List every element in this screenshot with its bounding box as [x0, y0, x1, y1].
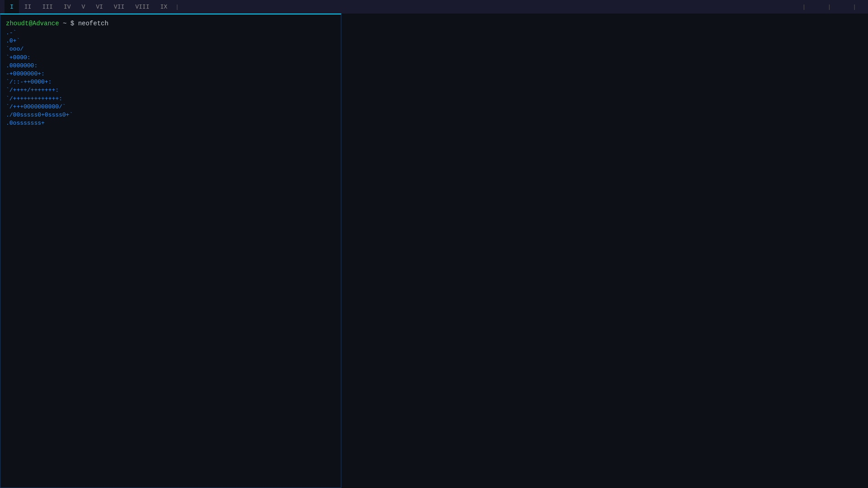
workspace-3[interactable]: III	[37, 0, 58, 14]
neofetch-output: .-` .0+` `ooo/ `+0000: .0000000: -+00000…	[6, 29, 335, 127]
topbar-separator: |	[173, 4, 182, 10]
neofetch-art: .-` .0+` `ooo/ `+0000: .0000000: -+00000…	[6, 29, 96, 127]
prompt-1: zhoudt@Advance ~ $ neofetch	[6, 20, 335, 27]
topbar-status: | | |	[795, 4, 863, 10]
workspace-1[interactable]: I	[5, 0, 19, 14]
terminal-pane: zhoudt@Advance ~ $ neofetch .-` .0+` `oo…	[0, 14, 341, 488]
workspace-4[interactable]: IV	[58, 0, 76, 14]
workspace-6[interactable]: VI	[90, 0, 108, 14]
workspace-8[interactable]: VIII	[130, 0, 155, 14]
workspace-5[interactable]: V	[76, 0, 90, 14]
topbar: I II III IV V VI VII VIII IX | | | |	[0, 0, 868, 14]
workspace-7[interactable]: VII	[108, 0, 130, 14]
workspace-2[interactable]: II	[19, 0, 37, 14]
workspace-9[interactable]: IX	[155, 0, 173, 14]
main-layout: zhoudt@Advance ~ $ neofetch .-` .0+` `oo…	[0, 14, 868, 488]
